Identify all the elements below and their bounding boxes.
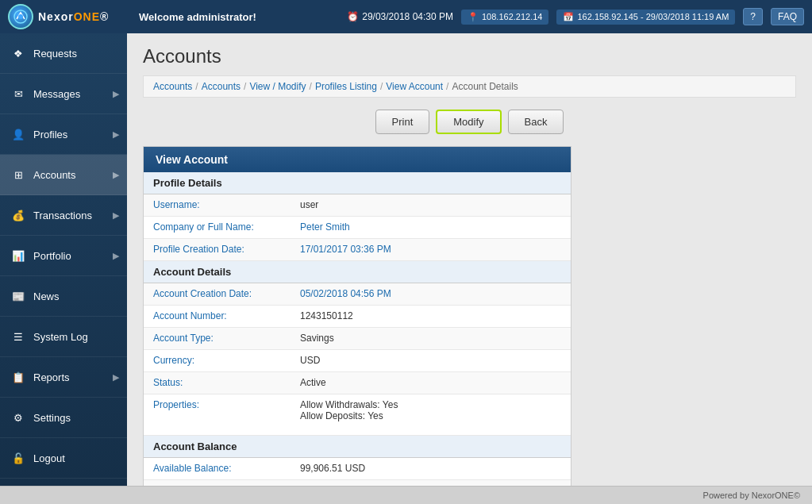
field-label-available-balance: Available Balance: xyxy=(144,458,291,479)
field-label-creation-date: Profile Creation Date: xyxy=(144,239,291,260)
field-label-properties: Properties: xyxy=(144,394,291,435)
table-row: Account Number: 1243150112 xyxy=(144,306,571,328)
toolbar: Print Modify Back xyxy=(143,110,796,134)
field-label-currency: Currency: xyxy=(144,350,291,371)
field-label-acct-type: Account Type: xyxy=(144,328,291,349)
breadcrumb-view-account[interactable]: View Account xyxy=(386,81,443,92)
table-row: Account Creation Date: 05/02/2018 04:56 … xyxy=(144,283,571,306)
sidebar-item-label: Requests xyxy=(33,48,77,60)
sidebar-item-logout[interactable]: Logout xyxy=(0,438,127,479)
header-session: 📅 162.158.92.145 - 29/03/2018 11:19 AM xyxy=(556,10,735,25)
table-row: Available Balance: 99,906.51 USD xyxy=(144,458,571,480)
field-value-acct-creation: 05/02/2018 04:56 PM xyxy=(291,283,571,305)
table-row: Currency: USD xyxy=(144,350,571,372)
sidebar: Requests Messages ▶ Profiles ▶ Accounts … xyxy=(0,33,127,486)
modify-button[interactable]: Modify xyxy=(436,110,501,134)
field-label-acct-number: Account Number: xyxy=(144,306,291,327)
chevron-right-icon: ▶ xyxy=(113,210,119,221)
panel-header: View Account xyxy=(144,147,571,172)
syslog-icon xyxy=(10,328,27,345)
chevron-right-icon: ▶ xyxy=(113,251,119,261)
breadcrumb-sep: / xyxy=(244,81,246,92)
sidebar-item-profiles[interactable]: Profiles ▶ xyxy=(0,114,127,155)
field-value-creation-date: 17/01/2017 03:36 PM xyxy=(291,239,571,260)
sidebar-item-settings[interactable]: Settings xyxy=(0,398,127,438)
field-value-current-balance: 99,906.51 USD xyxy=(291,480,571,486)
sidebar-item-label: Logout xyxy=(33,452,65,464)
sidebar-item-portfolio[interactable]: Portfolio ▶ xyxy=(0,236,127,276)
chevron-right-icon: ▶ xyxy=(113,129,119,140)
sidebar-item-label: Settings xyxy=(33,412,71,424)
profile-details-section: Profile Details xyxy=(144,172,571,194)
breadcrumb-profiles-listing[interactable]: Profiles Listing xyxy=(315,81,377,92)
table-row: Profile Creation Date: 17/01/2017 03:36 … xyxy=(144,239,571,261)
sidebar-item-label: Portfolio xyxy=(33,250,71,262)
field-label-status: Status: xyxy=(144,372,291,394)
faq-button[interactable]: FAQ xyxy=(771,8,804,25)
header-welcome: Welcome administrator! xyxy=(139,11,339,23)
pin-icon: 📍 xyxy=(468,12,479,22)
field-value-status: Active xyxy=(291,372,571,394)
table-row: Account Type: Savings xyxy=(144,328,571,350)
breadcrumb-sep: / xyxy=(380,81,383,92)
messages-icon xyxy=(10,85,27,102)
sidebar-item-label: Transactions xyxy=(33,210,92,221)
header: NexorONE® Welcome administrator! ⏰ 29/03… xyxy=(0,0,812,33)
svg-point-1 xyxy=(18,14,23,19)
sidebar-item-accounts[interactable]: Accounts ▶ xyxy=(0,155,127,195)
breadcrumb-view-modify[interactable]: View / Modify xyxy=(249,81,306,92)
calendar-icon: 📅 xyxy=(563,12,574,22)
sidebar-item-transactions[interactable]: Transactions ▶ xyxy=(0,195,127,236)
chevron-right-icon: ▶ xyxy=(113,372,119,383)
logo-icon xyxy=(8,4,33,29)
sidebar-item-label: Reports xyxy=(33,371,70,383)
breadcrumb-sep: / xyxy=(446,81,448,92)
sidebar-item-requests[interactable]: Requests xyxy=(0,33,127,74)
sidebar-item-news[interactable]: News xyxy=(0,276,127,317)
body-layout: Requests Messages ▶ Profiles ▶ Accounts … xyxy=(0,33,812,486)
breadcrumb-current: Account Details xyxy=(452,81,518,92)
field-value-username: user xyxy=(291,194,571,216)
settings-icon xyxy=(10,409,27,426)
table-row: Current Balance: 99,906.51 USD xyxy=(144,480,571,486)
header-ip: 📍 108.162.212.14 xyxy=(461,10,548,25)
requests-icon xyxy=(10,44,27,62)
sidebar-item-label: News xyxy=(33,290,60,302)
clock-icon: ⏰ xyxy=(347,11,359,22)
field-value-acct-number: 1243150112 xyxy=(291,306,571,327)
breadcrumb-sep: / xyxy=(195,81,198,92)
sidebar-item-label: Accounts xyxy=(33,169,75,181)
panel-body: Profile Details Username: user Company o… xyxy=(144,172,571,486)
breadcrumb-sep: / xyxy=(310,81,312,92)
sidebar-item-system-log[interactable]: System Log xyxy=(0,317,127,357)
breadcrumb-accounts-2[interactable]: Accounts xyxy=(202,81,241,92)
sidebar-item-reports[interactable]: Reports ▶ xyxy=(0,357,127,398)
account-balance-section: Account Balance xyxy=(144,436,571,458)
table-row: Status: Active xyxy=(144,372,571,394)
view-account-panel: View Account Profile Details Username: u… xyxy=(143,146,571,486)
print-button[interactable]: Print xyxy=(375,110,430,134)
help-button[interactable]: ? xyxy=(743,8,763,25)
sidebar-item-label: System Log xyxy=(33,331,88,343)
field-value-properties: Allow Withdrawals: YesAllow Deposits: Ye… xyxy=(291,394,571,435)
transactions-icon xyxy=(10,206,27,224)
logo-area: NexorONE® xyxy=(8,4,131,29)
main-content: Accounts Accounts / Accounts / View / Mo… xyxy=(127,33,812,486)
breadcrumb-accounts-1[interactable]: Accounts xyxy=(153,81,192,92)
field-label-acct-creation: Account Creation Date: xyxy=(144,283,291,305)
chevron-right-icon: ▶ xyxy=(113,89,119,99)
table-row: Properties: Allow Withdrawals: YesAllow … xyxy=(144,394,571,436)
back-button[interactable]: Back xyxy=(508,110,564,134)
profiles-icon xyxy=(10,125,27,143)
sidebar-item-messages[interactable]: Messages ▶ xyxy=(0,74,127,114)
sidebar-item-label: Messages xyxy=(33,88,80,100)
footer-text: Powered by NexorONE© xyxy=(703,491,800,500)
reports-icon xyxy=(10,368,27,386)
accounts-icon xyxy=(10,166,27,183)
field-label-current-balance: Current Balance: xyxy=(144,480,291,486)
field-value-currency: USD xyxy=(291,350,571,371)
chevron-right-icon: ▶ xyxy=(113,170,119,180)
news-icon xyxy=(10,287,27,305)
header-datetime: ⏰ 29/03/2018 04:30 PM xyxy=(347,11,453,22)
field-value-available-balance: 99,906.51 USD xyxy=(291,458,571,479)
